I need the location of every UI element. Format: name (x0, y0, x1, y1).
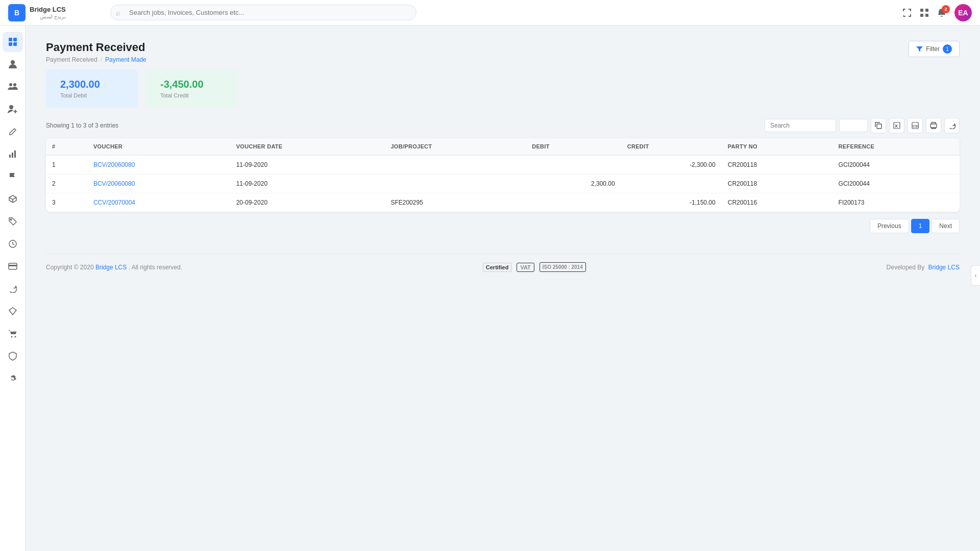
page-header-left: Payment Received Payment Received / Paym… (46, 41, 146, 63)
col-party: PARTY NO (722, 138, 832, 155)
fullscreen-button[interactable] (902, 8, 912, 17)
sidebar-item-add-user[interactable] (3, 99, 23, 119)
developer-link[interactable]: Bridge LCS (928, 264, 960, 271)
cart-icon (8, 330, 17, 338)
col-date: VOUCHER DATE (230, 138, 385, 155)
page-title: Payment Received (46, 41, 146, 54)
sidebar-item-card[interactable] (3, 256, 23, 277)
sidebar-item-tag[interactable] (3, 211, 23, 232)
vat-label: VAT (517, 263, 534, 272)
cell-job (384, 155, 526, 174)
page-1-button[interactable]: 1 (911, 219, 930, 233)
sidebar-item-chart[interactable] (3, 144, 23, 164)
shield-icon (9, 352, 17, 361)
cell-num: 1 (46, 155, 87, 174)
avatar[interactable]: EA (954, 4, 972, 21)
col-credit: CREDIT (621, 138, 722, 155)
cell-credit: -2,300.00 (621, 155, 722, 174)
csv-icon: CSV (912, 122, 919, 129)
cell-job (384, 174, 526, 193)
sidebar-item-settings[interactable] (3, 368, 23, 389)
svg-rect-0 (920, 9, 923, 12)
sidebar-item-flag[interactable] (3, 166, 23, 187)
sidebar-collapse-button[interactable]: ‹ (971, 265, 980, 286)
previous-button[interactable]: Previous (870, 219, 909, 233)
print-icon (930, 122, 937, 129)
sidebar-item-user[interactable] (3, 54, 23, 74)
svg-text:X: X (895, 123, 898, 129)
voucher-suffix: /20060080 (106, 161, 135, 168)
next-button[interactable]: Next (932, 219, 960, 233)
svg-rect-18 (9, 265, 17, 266)
sidebar-item-people[interactable] (3, 77, 23, 97)
filter-button[interactable]: Filter 1 (909, 41, 960, 57)
voucher-suffix: /20060080 (106, 180, 135, 187)
copy-icon (875, 122, 882, 129)
svg-point-10 (13, 83, 16, 86)
copy-button[interactable] (871, 118, 886, 133)
developed-by-text: Developed By (887, 264, 925, 271)
page-header: Payment Received Payment Received / Paym… (46, 41, 960, 63)
filter-label: Filter (926, 45, 940, 53)
voucher-link[interactable]: BCV/20060080 (93, 180, 135, 187)
logo[interactable]: B Bridge LCS بريدج لسس (8, 4, 100, 21)
sidebar-item-refresh[interactable] (3, 279, 23, 299)
sidebar-item-edit[interactable] (3, 121, 23, 142)
main-content: Payment Received Payment Received / Paym… (26, 26, 980, 551)
sidebar-item-diamond[interactable] (3, 301, 23, 321)
voucher-link[interactable]: BCV/20060080 (93, 161, 135, 168)
table-search-input[interactable] (765, 119, 836, 132)
sidebar-item-clock[interactable] (3, 234, 23, 254)
svg-point-8 (11, 60, 15, 64)
footer-certifications: Certified VAT ISO 25000 : 2014 (483, 262, 586, 272)
svg-rect-26 (930, 124, 937, 128)
cell-date: 11-09-2020 (230, 155, 385, 174)
notification-badge: 2 (942, 5, 950, 13)
app-name-arabic: بريدج لسس (30, 14, 66, 19)
pagination: Previous 1 Next (46, 219, 960, 233)
fullscreen-icon (902, 8, 912, 17)
footer: Copyright © 2020 Bridge LCS . All rights… (46, 254, 960, 280)
col-debit: DEBIT (526, 138, 621, 155)
add-user-icon (8, 105, 18, 114)
cell-date: 20-09-2020 (230, 193, 385, 212)
cell-party: CR200118 (722, 155, 832, 174)
app-name: Bridge LCS (30, 6, 66, 14)
print-button[interactable] (926, 118, 941, 133)
csv-button[interactable]: CSV (908, 118, 923, 133)
excel-button[interactable]: X (889, 118, 904, 133)
footer-company-link[interactable]: Bridge LCS (95, 264, 127, 271)
sidebar-item-dashboard[interactable] (3, 32, 23, 52)
flag-icon (9, 172, 16, 181)
cell-debit (526, 155, 621, 174)
cell-job: SFE200295 (384, 193, 526, 212)
col-job: JOB/PROJECT (384, 138, 526, 155)
grid-button[interactable] (920, 8, 929, 17)
refresh-table-button[interactable] (944, 118, 960, 133)
cell-voucher: CCV/20070004 (87, 193, 230, 212)
global-search[interactable]: ⌕ (110, 5, 416, 20)
debit-card: 2,300.00 Total Debit (46, 69, 138, 108)
debit-amount: 2,300.00 (60, 79, 124, 90)
breadcrumb-separator: / (101, 56, 102, 63)
settings-icon (8, 374, 17, 383)
notifications-button[interactable]: 2 (937, 8, 946, 17)
svg-point-20 (14, 336, 16, 338)
breadcrumb-current[interactable]: Payment Made (105, 56, 146, 63)
sidebar-item-cart[interactable] (3, 323, 23, 344)
sidebar-item-box[interactable] (3, 189, 23, 209)
copyright-text: Copyright © 2020 (46, 264, 94, 271)
svg-rect-13 (12, 153, 13, 158)
global-search-input[interactable] (110, 5, 416, 20)
svg-rect-12 (9, 155, 11, 158)
per-page-input[interactable]: 250 (839, 119, 868, 132)
data-table: # VOUCHER VOUCHER DATE JOB/PROJECT DEBIT… (46, 138, 960, 212)
diamond-icon (9, 307, 17, 315)
sidebar-item-shield[interactable] (3, 346, 23, 366)
svg-rect-7 (13, 42, 17, 46)
svg-rect-4 (9, 38, 12, 41)
voucher-link[interactable]: CCV/20070004 (93, 199, 135, 206)
summary-cards: 2,300.00 Total Debit -3,450.00 Total Cre… (46, 69, 960, 108)
cell-credit: -1,150.00 (621, 193, 722, 212)
card-icon (8, 263, 17, 270)
